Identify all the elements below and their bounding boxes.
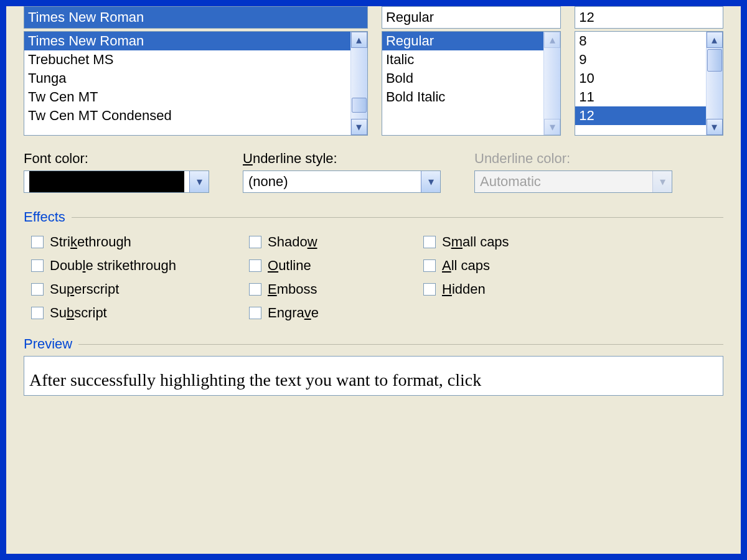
group-line xyxy=(78,344,723,345)
font-color-field: Font color: ▾ xyxy=(24,151,209,193)
checkbox-box xyxy=(31,236,44,248)
underline-color-field: Underline color: Automatic ▾ xyxy=(474,151,672,193)
font-listbox[interactable]: Times New Roman Trebuchet MS Tunga Tw Ce… xyxy=(24,31,368,136)
font-option[interactable]: Tw Cen MT Condensed xyxy=(24,106,351,125)
checkbox-outline[interactable]: Outline xyxy=(249,255,423,276)
style-column: Regular Regular Italic Bold Bold Italic … xyxy=(382,6,561,136)
preview-title: Preview xyxy=(24,336,72,352)
checkbox-subscript[interactable]: Subscript xyxy=(31,302,249,324)
color-underline-row: Font color: ▾ Underline style: (none) ▾ … xyxy=(24,151,723,193)
size-option[interactable]: 10 xyxy=(575,69,707,88)
checkbox-box xyxy=(423,236,436,248)
style-option[interactable]: Regular xyxy=(382,32,544,50)
scroll-down-icon[interactable]: ▾ xyxy=(351,119,367,135)
font-option[interactable]: Tw Cen MT xyxy=(24,88,351,106)
effects-group-header: Effects xyxy=(24,209,723,225)
font-scrollbar[interactable]: ▴ ▾ xyxy=(350,32,367,135)
font-selectors-row: Times New Roman Times New Roman Trebuche… xyxy=(24,6,723,136)
chevron-down-icon[interactable]: ▾ xyxy=(421,171,440,192)
checkbox-box xyxy=(249,259,261,272)
preview-group-header: Preview xyxy=(24,336,723,352)
checkbox-hidden[interactable]: Hidden xyxy=(423,279,509,300)
font-option[interactable]: Times New Roman xyxy=(24,32,351,50)
effects-title: Effects xyxy=(24,209,65,225)
style-option[interactable]: Bold xyxy=(382,69,544,88)
checkbox-box xyxy=(249,283,261,296)
checkbox-box xyxy=(249,236,261,248)
scroll-down-icon: ▾ xyxy=(544,119,560,135)
font-input[interactable]: Times New Roman xyxy=(24,6,368,29)
checkbox-box xyxy=(249,307,261,319)
underline-style-field: Underline style: (none) ▾ xyxy=(243,151,441,193)
font-color-combo[interactable]: ▾ xyxy=(24,170,209,193)
preview-box: After successfully highlighting the text… xyxy=(24,356,723,396)
group-line xyxy=(72,217,723,218)
chevron-down-icon[interactable]: ▾ xyxy=(189,171,209,192)
underline-style-label: Underline style: xyxy=(243,151,441,167)
scroll-down-icon[interactable]: ▾ xyxy=(707,119,723,135)
font-option[interactable]: Trebuchet MS xyxy=(24,50,351,69)
chevron-down-icon: ▾ xyxy=(652,171,672,192)
underline-color-label: Underline color: xyxy=(474,151,672,167)
checkbox-box xyxy=(31,307,44,319)
font-color-label: Font color: xyxy=(24,151,209,167)
checkbox-shadow[interactable]: Shadow xyxy=(249,231,423,253)
style-input[interactable]: Regular xyxy=(382,6,561,29)
style-scrollbar: ▴ ▾ xyxy=(543,32,560,135)
effects-grid: Strikethrough Double strikethrough Super… xyxy=(24,231,723,324)
size-listbox[interactable]: 8 9 10 11 12 ▴ ▾ xyxy=(575,31,723,136)
font-option[interactable]: Tunga xyxy=(24,69,351,88)
font-column: Times New Roman Times New Roman Trebuche… xyxy=(24,6,368,136)
checkbox-box xyxy=(423,259,436,272)
size-option[interactable]: 8 xyxy=(575,32,707,50)
checkbox-superscript[interactable]: Superscript xyxy=(31,279,249,300)
checkbox-double-strikethrough[interactable]: Double strikethrough xyxy=(31,255,249,276)
checkbox-box xyxy=(423,283,436,296)
checkbox-strikethrough[interactable]: Strikethrough xyxy=(31,231,249,253)
underline-style-combo[interactable]: (none) ▾ xyxy=(243,170,441,193)
checkbox-box xyxy=(31,259,44,272)
font-dialog: Times New Roman Times New Roman Trebuche… xyxy=(0,0,747,560)
size-input[interactable]: 12 xyxy=(575,6,723,29)
checkbox-engrave[interactable]: Engrave xyxy=(249,302,423,324)
size-option[interactable]: 9 xyxy=(575,50,707,69)
underline-style-value: (none) xyxy=(243,171,421,192)
style-listbox[interactable]: Regular Italic Bold Bold Italic ▴ ▾ xyxy=(382,31,561,136)
checkbox-all-caps[interactable]: All caps xyxy=(423,255,509,276)
underline-color-combo: Automatic ▾ xyxy=(474,170,672,193)
scroll-up-icon[interactable]: ▴ xyxy=(351,32,367,48)
checkbox-small-caps[interactable]: Small caps xyxy=(423,231,509,253)
size-column: 12 8 9 10 11 12 ▴ ▾ xyxy=(575,6,723,136)
style-option[interactable]: Italic xyxy=(382,50,544,69)
scroll-up-icon: ▴ xyxy=(544,32,560,48)
style-option[interactable]: Bold Italic xyxy=(382,88,544,106)
checkbox-emboss[interactable]: Emboss xyxy=(249,279,423,300)
underline-color-value: Automatic xyxy=(475,171,652,192)
size-option[interactable]: 12 xyxy=(575,106,707,125)
scroll-up-icon[interactable]: ▴ xyxy=(707,32,723,48)
size-scrollbar[interactable]: ▴ ▾ xyxy=(706,32,723,135)
font-color-swatch xyxy=(29,171,184,192)
checkbox-box xyxy=(31,283,44,296)
preview-text: After successfully highlighting the text… xyxy=(29,370,481,390)
size-option[interactable]: 11 xyxy=(575,88,707,106)
